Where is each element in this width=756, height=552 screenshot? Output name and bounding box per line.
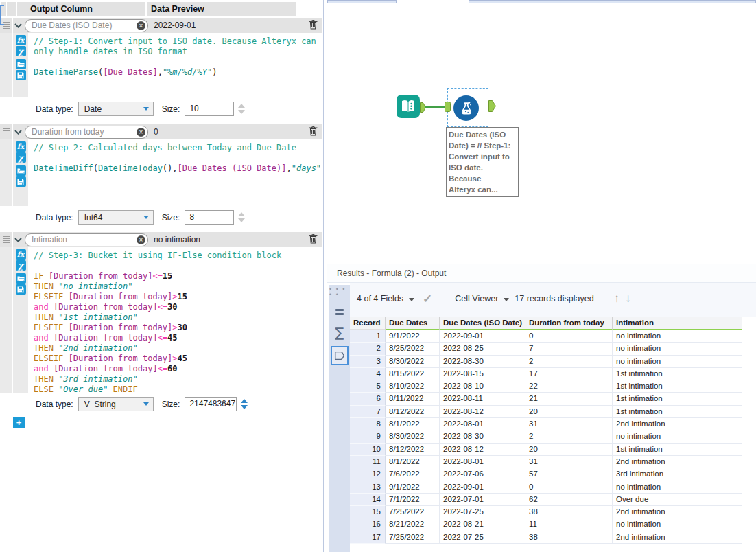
clear-icon[interactable]: × (137, 21, 145, 30)
arrow-down-icon[interactable]: ↓ (625, 292, 631, 306)
data-cell[interactable]: 2022-08-25 (440, 343, 525, 355)
formula-editor[interactable]: // Step-3: Bucket it using IF-Else condi… (28, 247, 322, 393)
save-expression-button[interactable] (16, 70, 26, 80)
record-number-cell[interactable]: 11 (350, 456, 386, 468)
data-cell[interactable]: Over due (613, 494, 742, 506)
formula-editor[interactable]: // Step-2: Calculated days between Today… (28, 139, 322, 206)
record-number-cell[interactable]: 6 (350, 393, 386, 405)
data-cell[interactable]: 57 (525, 468, 613, 481)
data-cell[interactable]: 2 (525, 430, 613, 443)
input-data-tool[interactable] (397, 95, 420, 118)
formula-tool[interactable] (453, 95, 479, 121)
data-cell[interactable]: 2022-08-01 (440, 418, 525, 430)
data-cell[interactable]: 2nd intimation (613, 506, 742, 518)
size-input[interactable]: 10 (185, 102, 234, 116)
data-cell[interactable]: 1st intimation (613, 393, 742, 405)
data-view-icon[interactable] (331, 346, 349, 365)
functions-button[interactable]: fx (16, 141, 26, 152)
data-cell[interactable]: 2022-07-01 (440, 494, 525, 506)
input-anchor[interactable] (445, 102, 451, 115)
data-cell[interactable]: 2 (525, 356, 613, 368)
data-cell[interactable]: 38 (525, 531, 613, 544)
cell-viewer-selector[interactable]: Cell Viewer (455, 294, 498, 303)
drag-handle-icon[interactable] (3, 235, 10, 244)
data-type-dropdown[interactable]: V_String (78, 397, 154, 411)
record-number-cell[interactable]: 5 (350, 380, 386, 393)
record-number-cell[interactable]: 10 (350, 444, 386, 456)
variables-button[interactable]: χ (16, 260, 26, 271)
data-cell[interactable]: 21 (525, 393, 613, 405)
metadata-view-icon[interactable]: ∑ (332, 325, 347, 340)
data-cell[interactable]: 2022-08-15 (440, 368, 525, 380)
data-cell[interactable]: 2022-07-06 (440, 468, 525, 481)
data-cell[interactable]: no intimation (613, 481, 742, 494)
checkmark-icon[interactable]: ✓ (423, 292, 432, 306)
clear-icon[interactable]: × (137, 235, 145, 244)
data-cell[interactable]: 2022-08-30 (440, 430, 525, 443)
record-number-cell[interactable]: 2 (350, 343, 386, 355)
delete-expression-button[interactable] (309, 19, 318, 32)
data-cell[interactable]: 17 (525, 368, 613, 380)
data-cell[interactable]: 9/1/2022 (386, 481, 440, 494)
data-cell[interactable]: no intimation (613, 330, 742, 343)
data-cell[interactable]: 8/21/2022 (386, 518, 440, 531)
data-cell[interactable]: 2022-08-12 (440, 406, 525, 418)
data-cell[interactable]: 2nd intimation (613, 456, 742, 468)
data-cell[interactable]: 0 (525, 330, 613, 343)
data-cell[interactable]: 0 (525, 481, 613, 494)
fields-selector[interactable]: 4 of 4 Fields (357, 294, 403, 303)
column-header[interactable]: Record (350, 317, 386, 330)
data-cell[interactable]: 2022-08-01 (440, 456, 525, 468)
chevron-down-icon[interactable] (504, 298, 509, 301)
data-cell[interactable]: 8/1/2022 (386, 418, 440, 430)
output-column-input[interactable]: Due Dates (ISO Date) × (25, 19, 148, 32)
save-expression-button[interactable] (16, 176, 26, 187)
workflow-tab[interactable] (327, 0, 397, 3)
column-header[interactable]: Due Dates (386, 317, 440, 330)
data-cell[interactable]: 9/1/2022 (386, 330, 440, 343)
record-number-cell[interactable]: 15 (350, 506, 386, 518)
data-cell[interactable]: 8/12/2022 (386, 444, 440, 456)
pane-splitter[interactable] (322, 0, 327, 552)
drag-handle-icon[interactable] (3, 127, 10, 137)
record-number-cell[interactable]: 8 (350, 418, 386, 430)
record-number-cell[interactable]: 14 (350, 494, 386, 506)
data-cell[interactable]: no intimation (613, 430, 742, 443)
output-anchor[interactable] (488, 100, 496, 115)
data-cell[interactable]: 8/11/2022 (386, 393, 440, 405)
functions-button[interactable]: fx (16, 249, 26, 260)
data-cell[interactable]: 11 (525, 518, 613, 531)
data-cell[interactable]: 2022-08-12 (440, 444, 525, 456)
functions-button[interactable]: fx (16, 35, 26, 45)
open-expression-button[interactable] (16, 165, 26, 176)
data-cell[interactable]: 1st intimation (613, 368, 742, 380)
data-cell[interactable]: 22 (525, 380, 613, 393)
data-cell[interactable]: 3rd intimation (613, 468, 742, 481)
record-number-cell[interactable]: 1 (350, 330, 386, 343)
data-cell[interactable]: no intimation (613, 343, 742, 355)
data-cell[interactable]: 7/25/2022 (386, 506, 440, 518)
chevron-down-icon[interactable] (409, 298, 414, 301)
chevron-down-icon[interactable] (13, 124, 23, 139)
record-number-cell[interactable]: 17 (350, 531, 386, 544)
data-cell[interactable]: 8/10/2022 (386, 380, 440, 393)
clear-icon[interactable]: × (137, 128, 145, 137)
data-cell[interactable]: 8/30/2022 (386, 356, 440, 368)
delete-expression-button[interactable] (309, 126, 318, 139)
data-cell[interactable]: no intimation (613, 518, 742, 531)
sidebar-grip-icon[interactable]: • • • • • (329, 286, 350, 297)
data-cell[interactable]: 1st intimation (613, 380, 742, 393)
data-cell[interactable]: 31 (525, 456, 613, 468)
data-cell[interactable]: 2022-07-25 (440, 531, 525, 544)
column-header[interactable]: Duration from today (525, 317, 613, 330)
record-number-cell[interactable]: 12 (350, 468, 386, 481)
chevron-down-icon[interactable] (13, 232, 23, 247)
variables-button[interactable]: χ (16, 46, 26, 56)
data-cell[interactable]: 2022-07-25 (440, 506, 525, 518)
data-type-dropdown[interactable]: Date (78, 102, 154, 116)
add-expression-button[interactable]: + (13, 417, 25, 428)
arrow-up-icon[interactable]: ↑ (614, 292, 620, 306)
workflow-canvas[interactable]: Due Dates (ISODate) = // Step-1:Convert … (327, 0, 756, 264)
data-cell[interactable]: no intimation (613, 356, 742, 368)
data-cell[interactable]: 2nd intimation (613, 531, 742, 544)
